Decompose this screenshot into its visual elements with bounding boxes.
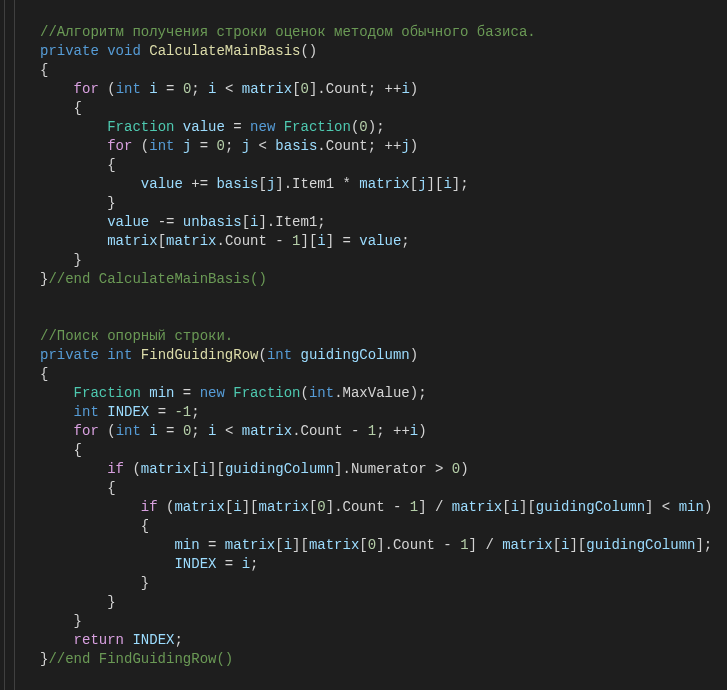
comment-search: //Поиск опорный строки. bbox=[40, 328, 233, 344]
num-zero: 0 bbox=[183, 81, 191, 97]
comment-algo: //Алгоритм получения строки оценок метод… bbox=[40, 24, 536, 40]
var-value: value bbox=[183, 119, 225, 135]
code-content[interactable]: //Алгоритм получения строки оценок метод… bbox=[28, 0, 727, 690]
method-name: CalculateMainBasis bbox=[149, 43, 300, 59]
kw-void: void bbox=[107, 43, 141, 59]
code-editor[interactable]: //Алгоритм получения строки оценок метод… bbox=[0, 0, 727, 690]
var-index: INDEX bbox=[107, 404, 149, 420]
kw-int: int bbox=[116, 81, 141, 97]
comment-end-guiding: //end FindGuidingRow() bbox=[48, 651, 233, 667]
kw-if: if bbox=[107, 461, 124, 477]
param-col: guidingColumn bbox=[301, 347, 410, 363]
method-guiding: FindGuidingRow bbox=[141, 347, 259, 363]
var-i: i bbox=[149, 81, 157, 97]
kw-for: for bbox=[74, 81, 99, 97]
var-min: min bbox=[149, 385, 174, 401]
kw-private: private bbox=[40, 43, 99, 59]
var-j: j bbox=[183, 138, 191, 154]
type-fraction: Fraction bbox=[107, 119, 174, 135]
kw-new: new bbox=[250, 119, 275, 135]
kw-return: return bbox=[74, 632, 124, 648]
comment-end-basis: //end CalculateMainBasis() bbox=[48, 271, 266, 287]
folding-gutter bbox=[0, 0, 28, 690]
num-negone: -1 bbox=[174, 404, 191, 420]
